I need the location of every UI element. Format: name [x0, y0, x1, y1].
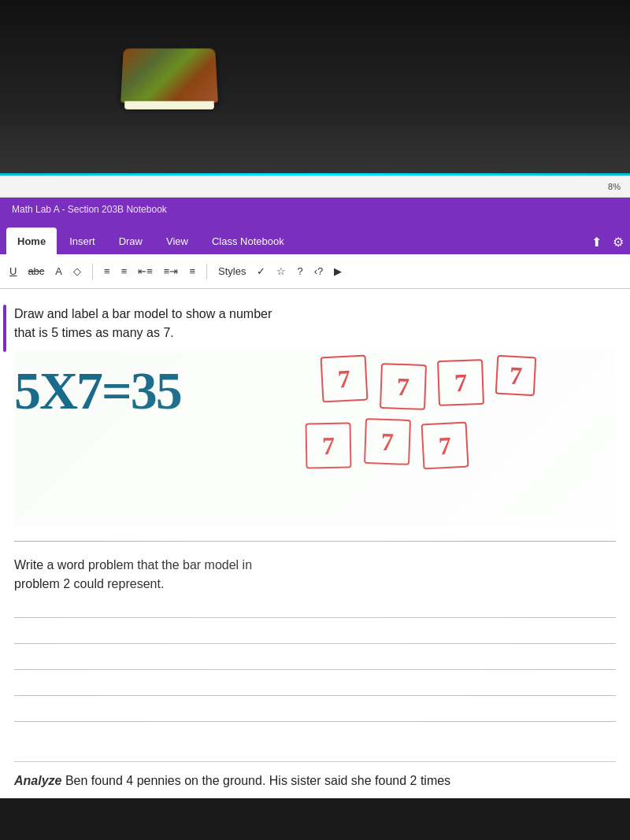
share-icon[interactable]: ⬆: [591, 235, 602, 250]
writing-line-3: [14, 669, 616, 670]
problem2-line1: Write a word problem that the bar model …: [14, 558, 252, 572]
checkbox-button[interactable]: ✓: [254, 264, 269, 279]
drawn-box-5: 7: [305, 422, 351, 468]
toolbar: U abc A ◇ ≡ ≡ ⇤≡ ≡⇥ ≡ Styles ✓ ☆ ? ‹? ▶: [0, 254, 630, 289]
problem1-line2: that is 5 times as many as 7.: [14, 326, 174, 339]
section-divider: [14, 541, 616, 542]
title-bar: Math Lab A - Section 203B Notebook: [0, 198, 630, 221]
equation-area: 5X7=35 7 7 7 7 7 7 7: [14, 352, 616, 525]
overflow-button[interactable]: ▶: [331, 264, 345, 279]
writing-line-5: [14, 721, 616, 722]
status-bar: 8%: [0, 176, 630, 198]
list-button-2[interactable]: ≡: [118, 264, 131, 279]
highlight-button[interactable]: ◇: [70, 264, 84, 279]
analyze-paragraph: Analyze Ben found 4 pennies on the groun…: [14, 772, 616, 790]
drawn-box-3: 7: [437, 359, 484, 406]
settings-icon[interactable]: ⚙: [613, 235, 624, 250]
section-accent: [3, 305, 6, 352]
device-border-line: [0, 173, 630, 176]
tab-class-notebook[interactable]: Class Notebook: [201, 228, 295, 254]
battery-indicator: 8%: [608, 182, 621, 191]
styles-button[interactable]: Styles: [215, 264, 249, 279]
font-color-button[interactable]: A: [52, 264, 65, 279]
toolbar-divider-1: [92, 264, 93, 279]
desk-background: [0, 0, 630, 173]
help-button[interactable]: ?: [294, 264, 306, 279]
writing-line-2: [14, 643, 616, 644]
ribbon-tabs: Home Insert Draw View Class Notebook ⬆ ⚙: [0, 221, 630, 254]
drawn-box-2: 7: [380, 363, 427, 410]
bottom-section: Write a word problem that the bar model …: [14, 548, 616, 730]
align-button[interactable]: ≡: [186, 264, 198, 279]
onenote-app: 8% Math Lab A - Section 203B Notebook Ho…: [0, 176, 630, 798]
drawn-box-6: 7: [364, 418, 411, 465]
writing-line-1: [14, 617, 616, 618]
drawn-boxes-container: 7 7 7 7 7 7 7: [306, 352, 630, 509]
toolbar-divider-2: [206, 264, 207, 279]
writing-lines: [14, 617, 616, 722]
writing-line-4: [14, 695, 616, 696]
more-button[interactable]: ‹?: [311, 264, 327, 279]
tab-view[interactable]: View: [155, 228, 199, 254]
indent-decrease-button[interactable]: ⇤≡: [135, 264, 156, 279]
ribbon-icons: ⬆ ⚙: [591, 235, 624, 254]
analyze-content: Ben found 4 pennies on the ground. His s…: [65, 774, 450, 787]
analyze-section: Analyze Ben found 4 pennies on the groun…: [14, 761, 616, 790]
drawn-box-7: 7: [421, 422, 469, 470]
underline-button[interactable]: U: [6, 264, 20, 279]
list-button-1[interactable]: ≡: [101, 264, 113, 279]
problem1-line1: Draw and label a bar model to show a num…: [14, 307, 272, 320]
problem1-text: Draw and label a bar model to show a num…: [14, 305, 616, 342]
star-button[interactable]: ☆: [273, 264, 289, 279]
problem2-text: Write a word problem that the bar model …: [14, 556, 616, 594]
tab-insert[interactable]: Insert: [58, 228, 106, 254]
drawn-box-4: 7: [495, 355, 537, 397]
indent-increase-button[interactable]: ≡⇥: [161, 264, 182, 279]
analyze-label: Analyze: [14, 774, 61, 787]
physical-object: [122, 47, 217, 102]
problem2-line2: problem 2 could represent.: [14, 577, 164, 590]
drawn-box-1: 7: [321, 355, 369, 403]
content-area: Draw and label a bar model to show a num…: [0, 289, 630, 798]
tab-draw[interactable]: Draw: [108, 228, 154, 254]
tab-home[interactable]: Home: [6, 228, 57, 254]
notebook-title: Math Lab A - Section 203B Notebook: [12, 204, 167, 215]
handwritten-equation: 5X7=35: [14, 360, 181, 422]
strikethrough-button[interactable]: abc: [24, 264, 47, 279]
